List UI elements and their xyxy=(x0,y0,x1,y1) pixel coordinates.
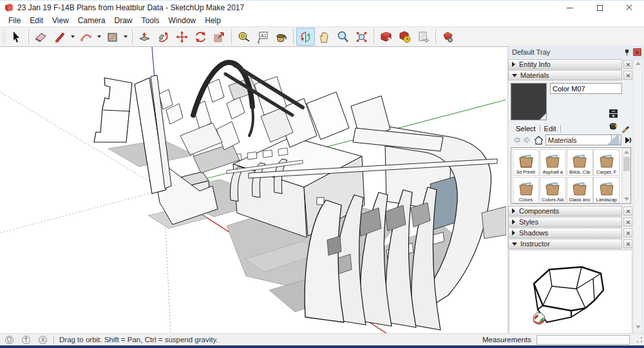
pin-icon[interactable] xyxy=(624,49,630,56)
rotate-tool-button[interactable] xyxy=(191,28,210,46)
tray-close-button[interactable] xyxy=(633,48,641,56)
resize-grip[interactable] xyxy=(636,336,643,343)
orbit-tool-button[interactable] xyxy=(296,28,315,46)
details-arrow-button[interactable] xyxy=(623,136,632,145)
text-tool-button[interactable]: A1 xyxy=(253,28,272,46)
arc-tool-button[interactable] xyxy=(77,28,95,46)
panel-shadows[interactable]: Shadows xyxy=(508,228,622,238)
expanded-arrow-icon xyxy=(512,74,517,77)
rectangle-icon xyxy=(106,30,119,44)
minimize-button[interactable] xyxy=(555,1,585,15)
tape-measure-tool-button[interactable] xyxy=(234,28,253,46)
get-models-button[interactable] xyxy=(377,28,395,46)
arc-tool-dropdown[interactable] xyxy=(95,28,103,46)
forward-button[interactable] xyxy=(523,136,532,144)
materials-tab-edit[interactable]: Edit xyxy=(540,125,561,133)
styles-close-button[interactable] xyxy=(623,217,632,226)
extension-warehouse-icon xyxy=(441,30,455,44)
expanded-arrow-icon xyxy=(512,243,517,246)
material-folder[interactable]: 3d Printir xyxy=(513,149,539,176)
menu-view[interactable]: View xyxy=(48,15,73,26)
follow-me-tool-button[interactable] xyxy=(154,28,173,46)
paint-bucket-tool-button[interactable] xyxy=(272,28,290,46)
orbit-cursor-icon xyxy=(533,313,545,324)
material-folder[interactable]: Colors xyxy=(513,177,539,203)
menu-camera[interactable]: Camera xyxy=(73,15,110,26)
menu-window[interactable]: Window xyxy=(164,15,201,26)
pan-tool-button[interactable] xyxy=(315,28,334,46)
tray-header: Default Tray xyxy=(508,46,644,59)
zoom-tool-button[interactable] xyxy=(334,28,352,46)
menu-tools[interactable]: Tools xyxy=(137,15,164,26)
collapsed-arrow-icon xyxy=(512,62,515,67)
scale-icon xyxy=(213,30,226,44)
default-material-sample[interactable] xyxy=(607,133,619,145)
menu-file[interactable]: File xyxy=(4,15,25,26)
status-hint: Drag to orbit. Shift = Pan, Ctrl = suspe… xyxy=(59,336,482,343)
share-model-button[interactable] xyxy=(395,28,414,46)
scale-tool-button[interactable] xyxy=(210,28,229,46)
rectangle-tool-dropdown[interactable] xyxy=(122,28,129,46)
model-canvas xyxy=(0,47,506,333)
panel-materials[interactable]: Materials xyxy=(508,70,622,80)
eraser-tool-button[interactable] xyxy=(32,28,50,46)
in-model-home-button[interactable] xyxy=(534,136,544,145)
menu-draw[interactable]: Draw xyxy=(110,15,137,26)
push-pull-tool-button[interactable] xyxy=(135,28,154,46)
line-tool-button[interactable] xyxy=(50,28,69,46)
send-to-layout-button[interactable] xyxy=(414,28,433,46)
orbit-icon xyxy=(299,30,312,44)
share-model-icon xyxy=(398,30,412,44)
material-name-input[interactable] xyxy=(550,83,622,94)
menu-help[interactable]: Help xyxy=(200,15,225,26)
warehouse-box-icon xyxy=(379,30,393,44)
claim-credit-icon[interactable] xyxy=(22,336,30,344)
window-bottom-border xyxy=(0,345,644,348)
materials-scrollbar[interactable] xyxy=(621,148,630,203)
entity-info-close-button[interactable] xyxy=(623,60,632,69)
status-bar: Drag to orbit. Shift = Pan, Ctrl = suspe… xyxy=(0,333,644,345)
extension-warehouse-button[interactable] xyxy=(439,28,457,46)
measurements-input[interactable] xyxy=(536,335,630,345)
menu-bar: File Edit View Camera Draw Tools Window … xyxy=(0,15,644,26)
panel-instructor[interactable]: Instructor xyxy=(508,239,622,249)
materials-close-button[interactable] xyxy=(623,71,632,80)
line-tool-dropdown[interactable] xyxy=(69,28,77,46)
geolocation-icon[interactable] xyxy=(5,336,14,344)
tray-scrollbar[interactable] xyxy=(633,59,643,332)
instructor-close-button[interactable] xyxy=(623,239,632,248)
menu-edit[interactable]: Edit xyxy=(25,15,48,26)
panel-entity-info[interactable]: Entity Info xyxy=(508,59,622,69)
move-tool-button[interactable] xyxy=(173,28,191,46)
material-folder[interactable]: Glass anc xyxy=(567,177,593,203)
display-secondary-pane-icon[interactable] xyxy=(609,109,618,118)
create-material-icon[interactable] xyxy=(609,121,618,131)
material-folder[interactable]: Brick, Cla xyxy=(567,149,593,176)
sketchup-logo-icon xyxy=(5,3,14,12)
back-button[interactable] xyxy=(512,136,521,144)
instructor-panel-body xyxy=(509,250,632,341)
components-close-button[interactable] xyxy=(623,206,632,215)
tape-measure-icon xyxy=(237,30,251,44)
collapsed-arrow-icon xyxy=(512,219,515,224)
materials-tab-select[interactable]: Select xyxy=(512,125,540,133)
zoom-extents-button[interactable] xyxy=(352,28,371,46)
sign-in-user-icon[interactable] xyxy=(39,336,47,344)
maximize-button[interactable] xyxy=(585,1,614,15)
rectangle-tool-button[interactable] xyxy=(103,28,122,46)
shadows-close-button[interactable] xyxy=(623,228,632,237)
viewport[interactable] xyxy=(0,47,506,333)
sample-paint-eyedropper-icon[interactable] xyxy=(621,124,630,133)
panel-styles[interactable]: Styles xyxy=(508,217,622,227)
material-folder[interactable]: Asphalt a xyxy=(540,149,566,176)
select-tool-button[interactable] xyxy=(7,28,26,46)
material-folder[interactable]: Landscap xyxy=(593,177,620,203)
measurements-label: Measurements xyxy=(482,336,531,343)
panel-components[interactable]: Components xyxy=(508,206,622,216)
toolbar-grip[interactable] xyxy=(3,29,6,44)
material-folder[interactable]: Colors-Na xyxy=(540,177,566,203)
material-folder[interactable]: Carpet, F xyxy=(593,149,620,176)
close-button[interactable] xyxy=(614,1,644,15)
folder-icon xyxy=(518,181,535,197)
collapsed-arrow-icon xyxy=(512,208,515,214)
